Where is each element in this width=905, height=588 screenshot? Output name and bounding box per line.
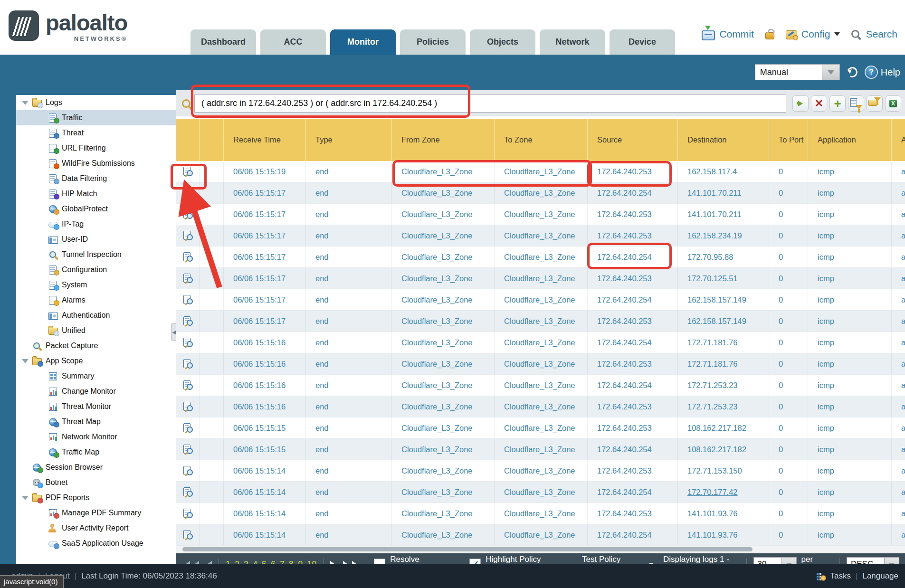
tab-acc[interactable]: ACC <box>260 29 326 55</box>
cell-application[interactable]: icmp <box>808 375 891 396</box>
cell-application[interactable]: icmp <box>808 332 891 353</box>
cell-source[interactable]: 172.64.240.253 <box>587 460 677 481</box>
sidebar-item-threat-monitor[interactable]: Threat Monitor <box>16 399 176 414</box>
column-header-action[interactable]: Action <box>891 119 905 161</box>
help-icon[interactable]: ? <box>865 66 878 79</box>
column-header-blank[interactable] <box>199 119 223 161</box>
cell-to-port[interactable]: 0 <box>769 482 808 503</box>
cell-to-zone[interactable]: Cloudflare_L3_Zone <box>494 353 587 374</box>
cell-destination[interactable]: 172.71.153.150 <box>677 460 769 481</box>
column-header-type[interactable]: Type <box>305 119 391 161</box>
cell-to-zone[interactable]: Cloudflare_L3_Zone <box>494 161 587 182</box>
cell-from-zone[interactable]: Cloudflare_L3_Zone <box>391 503 494 524</box>
cell-destination[interactable]: 162.158.234.19 <box>677 225 769 246</box>
log-detail-button[interactable] <box>176 375 199 396</box>
cell-destination[interactable]: 141.101.70.211 <box>677 204 769 225</box>
cell-receive-time[interactable]: 06/06 15:15:17 <box>223 311 305 332</box>
cell-type[interactable]: end <box>305 503 391 524</box>
sidebar-item-data-filtering[interactable]: Data Filtering <box>16 171 176 186</box>
chevron-down-icon[interactable] <box>834 32 840 39</box>
cell-action[interactable]: allow <box>891 503 905 524</box>
cell-type[interactable]: end <box>305 375 391 396</box>
cell-source[interactable]: 172.64.240.253 <box>587 417 677 438</box>
tab-policies[interactable]: Policies <box>400 29 466 55</box>
cell-action[interactable]: allow <box>891 482 905 503</box>
tab-dashboard[interactable]: Dashboard <box>191 29 256 55</box>
sidebar-item-authentication[interactable]: Authentication <box>16 308 176 323</box>
cell-source[interactable]: 172.64.240.253 <box>587 396 677 417</box>
cell-source[interactable]: 172.64.240.253 <box>587 161 677 182</box>
cell-action[interactable]: allow <box>891 247 905 267</box>
cell-to-port[interactable]: 0 <box>769 311 808 332</box>
cell-receive-time[interactable]: 06/06 15:15:16 <box>223 353 305 374</box>
tab-monitor[interactable]: Monitor <box>330 29 396 55</box>
add-filter-button[interactable]: + <box>829 95 846 112</box>
cell-destination[interactable]: 141.101.93.76 <box>677 524 769 545</box>
sidebar-item-traffic[interactable]: Traffic <box>16 110 176 125</box>
cell-application[interactable]: icmp <box>808 225 891 246</box>
scrollbar-thumb[interactable] <box>182 547 753 551</box>
load-filter-button[interactable] <box>867 95 883 112</box>
log-detail-button[interactable] <box>176 524 199 545</box>
log-detail-button[interactable] <box>176 225 199 246</box>
refresh-mode-select[interactable]: Manual <box>755 64 840 80</box>
cell-from-zone[interactable]: Cloudflare_L3_Zone <box>391 161 494 182</box>
expander-icon[interactable] <box>22 101 29 105</box>
cell-destination[interactable]: 162.158.117.4 <box>677 161 769 182</box>
cell-from-zone[interactable]: Cloudflare_L3_Zone <box>391 311 494 332</box>
log-detail-button[interactable] <box>176 247 199 267</box>
cell-type[interactable]: end <box>305 247 391 267</box>
sidebar-item-summary[interactable]: Summary <box>16 369 176 384</box>
cell-action[interactable]: allow <box>891 460 905 481</box>
cell-to-port[interactable]: 0 <box>769 439 808 460</box>
cell-type[interactable]: end <box>305 225 391 246</box>
log-detail-button[interactable] <box>176 482 199 503</box>
cell-application[interactable]: icmp <box>808 417 891 438</box>
cell-action[interactable]: allow <box>891 353 905 374</box>
cell-action[interactable]: allow <box>891 289 905 310</box>
cell-source[interactable]: 172.64.240.254 <box>587 332 677 353</box>
cell-application[interactable]: icmp <box>808 524 891 545</box>
refresh-icon[interactable] <box>846 66 859 79</box>
cell-to-port[interactable]: 0 <box>769 182 808 203</box>
cell-receive-time[interactable]: 06/06 15:15:17 <box>223 268 305 289</box>
tasks-button[interactable]: Tasks <box>830 571 850 581</box>
cell-to-zone[interactable]: Cloudflare_L3_Zone <box>494 182 587 203</box>
cell-type[interactable]: end <box>305 289 391 310</box>
column-header-from-zone[interactable]: From Zone <box>391 119 494 161</box>
log-detail-button[interactable] <box>176 417 199 438</box>
sidebar-item-hip-match[interactable]: HIP Match <box>16 186 176 201</box>
cell-destination[interactable]: 172.71.181.76 <box>677 353 769 374</box>
cell-from-zone[interactable]: Cloudflare_L3_Zone <box>391 182 494 203</box>
sidebar-item-logs[interactable]: Logs <box>16 95 176 110</box>
cell-source[interactable]: 172.64.240.253 <box>587 311 677 332</box>
cell-source[interactable]: 172.64.240.254 <box>587 247 677 267</box>
column-header-source[interactable]: Source <box>587 119 677 161</box>
cell-destination[interactable]: 172.70.125.51 <box>677 268 769 289</box>
cell-type[interactable]: end <box>305 268 391 289</box>
cell-action[interactable]: allow <box>891 225 905 246</box>
cell-action[interactable]: allow <box>891 268 905 289</box>
cell-action[interactable]: allow <box>891 332 905 353</box>
cell-destination[interactable]: 172.70.95.88 <box>677 247 769 267</box>
cell-to-zone[interactable]: Cloudflare_L3_Zone <box>494 311 587 332</box>
column-header-blank[interactable] <box>176 119 199 161</box>
cell-application[interactable]: icmp <box>808 204 891 225</box>
cell-to-port[interactable]: 0 <box>769 332 808 353</box>
cell-destination[interactable]: 162.158.157.149 <box>677 311 769 332</box>
column-header-destination[interactable]: Destination <box>677 119 769 161</box>
cell-type[interactable]: end <box>305 161 391 182</box>
cell-to-zone[interactable]: Cloudflare_L3_Zone <box>494 204 587 225</box>
cell-source[interactable]: 172.64.240.254 <box>587 375 677 396</box>
sidebar-item-tunnel-inspection[interactable]: Tunnel Inspection <box>16 247 176 262</box>
sidebar-item-globalprotect[interactable]: GlobalProtect <box>16 201 176 217</box>
log-detail-button[interactable] <box>176 353 199 374</box>
cell-from-zone[interactable]: Cloudflare_L3_Zone <box>391 524 494 545</box>
sidebar-item-user-id[interactable]: User-ID <box>16 232 176 247</box>
sidebar-item-pdf-reports[interactable]: PDF Reports <box>16 490 176 505</box>
log-detail-button[interactable] <box>176 332 199 353</box>
cell-from-zone[interactable]: Cloudflare_L3_Zone <box>391 482 494 503</box>
cell-type[interactable]: end <box>305 311 391 332</box>
column-header-to-zone[interactable]: To Zone <box>494 119 587 161</box>
cell-to-zone[interactable]: Cloudflare_L3_Zone <box>494 503 587 524</box>
